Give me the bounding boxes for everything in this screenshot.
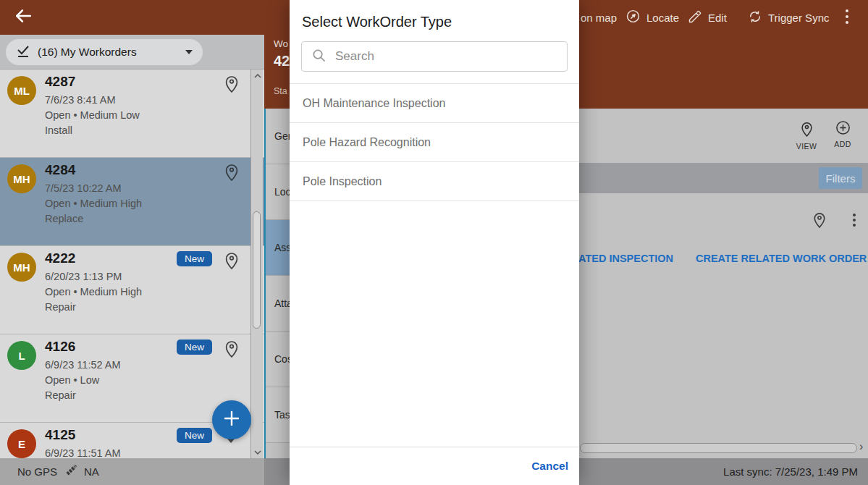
workorder-row-4284-selected[interactable]: MH 4284 7/5/23 10:22 AM Open • Medium Hi… [0,158,264,246]
workorder-id: 4125 [45,427,75,443]
app-window: on map Locate Edit Trigger Sync Wo 42 St… [0,0,868,485]
back-arrow-icon [14,7,33,28]
view-label: VIEW [796,142,817,151]
add-button[interactable]: ADD [827,120,859,148]
workorder-status: Open • Medium High [45,286,142,298]
tab-location[interactable]: Loc [266,164,290,220]
scroll-up-icon[interactable] [253,71,262,80]
workorder-id: 4222 [45,250,75,266]
add-label: ADD [834,140,851,148]
edit-label: Edit [708,12,727,24]
check-underline-icon [16,43,30,61]
asset-overflow-menu-button[interactable] [848,211,860,229]
workorder-list: ML 4287 7/6/23 8:41 AM Open • Medium Low… [0,69,264,458]
overflow-menu-button[interactable] [838,0,856,35]
trigger-sync-button[interactable]: Trigger Sync [748,0,829,35]
satellite-status-value: NA [84,465,99,478]
filters-button[interactable]: Filters [819,167,862,189]
tab-assets[interactable]: Ass [266,220,290,276]
map-pin-icon[interactable] [224,250,240,273]
add-workorder-fab[interactable] [212,400,251,439]
option-pole-inspection[interactable]: Pole Inspection [290,162,579,201]
pencil-icon [688,9,702,26]
workorder-datetime: 6/20/23 1:13 PM [45,271,122,282]
workorder-header-id: 42 [274,53,290,69]
workorder-header-label: Wo [274,38,288,49]
on-map-label: on map [581,12,617,24]
scroll-down-icon[interactable] [253,447,262,457]
workorder-id: 4287 [45,74,75,90]
workorder-id: 4284 [45,162,75,178]
gps-status-label: No GPS [17,465,57,478]
workorder-type: Replace [45,213,83,224]
map-pin-icon [800,120,814,139]
tab-general[interactable]: Ger [266,109,290,164]
edit-button[interactable]: Edit [688,0,727,35]
map-pin-icon[interactable] [224,74,240,96]
workorder-status: Open • Low [45,374,99,386]
status-bar-left: No GPS NA [0,458,264,485]
workorder-type: Repair [45,389,76,401]
workorder-row-4222[interactable]: MH 4222 6/20/23 1:13 PM Open • Medium Hi… [0,246,264,334]
option-pole-hazard-recognition[interactable]: Pole Hazard Recognition [290,123,579,162]
tab-attachments[interactable]: Atta [266,276,290,332]
horizontal-scrollbar[interactable] [580,443,857,453]
new-badge: New [177,340,212,355]
satellite-icon [64,464,77,480]
search-box[interactable] [301,41,568,72]
workorder-type: Install [45,125,72,136]
option-oh-maintenance-inspection[interactable]: OH Maintenance Inspection [290,84,579,123]
chevron-down-icon [185,50,193,54]
detail-tabs-column: Ger Loc Ass Atta Cos Tasl [264,109,290,458]
workorder-id: 4126 [45,339,75,355]
show-on-map-button[interactable]: on map [581,0,617,35]
map-pin-icon[interactable] [224,339,240,361]
select-workorder-type-modal: Select WorkOrder Type OH Maintenance Ins… [290,0,579,485]
search-icon [312,48,326,65]
scrollbar-thumb[interactable] [253,211,261,329]
compass-icon [625,9,641,26]
scroll-right-icon[interactable]: › [859,440,863,453]
kebab-icon [845,9,849,27]
cancel-button[interactable]: Cancel [531,460,568,473]
workorder-datetime: 6/9/23 11:52 AM [45,359,121,371]
locate-label: Locate [646,12,679,24]
last-sync-label: Last sync: 7/25/23, 1:49 PM [723,465,858,478]
workorder-type: Repair [45,301,76,313]
workorder-type-list: OH Maintenance Inspection Pole Hazard Re… [290,83,579,201]
new-badge: New [177,428,212,443]
avatar: MH [7,164,36,193]
locate-button[interactable]: Locate [625,0,679,35]
list-toolbar: (16) My Workorders [0,35,264,69]
filter-dropdown-label: (16) My Workorders [38,46,178,59]
list-scrollbar[interactable] [250,69,263,458]
avatar: E [7,429,36,458]
back-button[interactable] [12,7,35,28]
new-badge: New [177,251,212,266]
tab-costs[interactable]: Cos [266,332,290,387]
avatar: ML [7,76,36,105]
sync-icon [748,9,762,26]
kebab-icon [853,214,856,216]
circle-plus-icon [835,120,851,137]
create-related-work-order-link[interactable]: CREATE RELATED WORK ORDER [696,253,867,264]
trigger-sync-label: Trigger Sync [768,12,829,24]
workorder-datetime: 7/6/23 8:41 AM [45,94,116,106]
workorder-list-panel: (16) My Workorders ML 4287 7/6/23 8:41 A… [0,35,264,458]
create-related-inspection-link[interactable]: ATED INSPECTION [578,253,674,264]
modal-footer: Cancel [290,447,579,485]
map-pin-icon[interactable] [224,162,240,185]
avatar: MH [7,253,36,282]
plus-icon [222,409,241,431]
asset-map-pin-icon[interactable] [812,211,827,232]
modal-title: Select WorkOrder Type [290,0,579,41]
workorder-row-4287[interactable]: ML 4287 7/6/23 8:41 AM Open • Medium Low… [0,69,264,158]
workorder-status: Open • Medium High [45,198,142,209]
view-button[interactable]: VIEW [791,120,822,151]
tab-tasks[interactable]: Tasl [266,387,290,443]
workorder-datetime: 7/5/23 10:22 AM [45,182,122,194]
workorder-header-status: Sta [274,86,287,96]
search-input[interactable] [335,49,557,64]
workorder-datetime: 6/9/23 11:51 AM [45,447,121,458]
workorder-filter-dropdown[interactable]: (16) My Workorders [6,39,203,65]
